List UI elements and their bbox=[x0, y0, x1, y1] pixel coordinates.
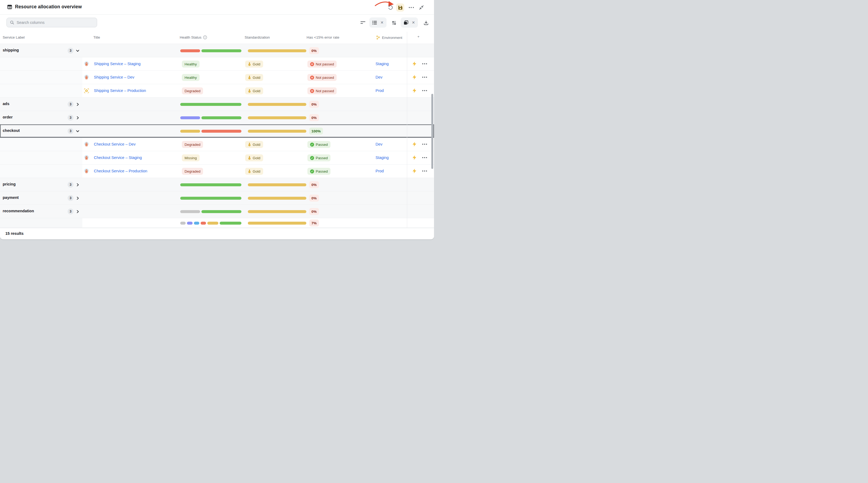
col-header-environment[interactable]: Environment bbox=[376, 35, 402, 40]
chevron-right-icon[interactable] bbox=[76, 103, 80, 106]
environment-link[interactable]: Staging bbox=[375, 156, 389, 160]
lightning-icon[interactable] bbox=[412, 169, 416, 173]
group-count-badge[interactable]: 3 bbox=[68, 115, 73, 121]
health-distribution-bar bbox=[180, 103, 241, 106]
environment-link[interactable]: Dev bbox=[375, 142, 382, 146]
group-count-badge[interactable]: 3 bbox=[68, 48, 73, 54]
table-body: shipping 3 0% Shipping Service – Staging… bbox=[0, 44, 434, 228]
chevron-right-icon[interactable] bbox=[76, 116, 80, 120]
list-view-icon[interactable] bbox=[372, 21, 377, 25]
col-header-title[interactable]: Title bbox=[93, 35, 100, 39]
lightning-icon[interactable] bbox=[412, 88, 416, 93]
add-column-button[interactable]: + bbox=[417, 35, 420, 39]
chevron-down-icon[interactable] bbox=[76, 49, 80, 53]
group-label: recommendation bbox=[3, 209, 34, 213]
health-status-badge: Degraded bbox=[182, 168, 203, 175]
row-menu-button[interactable] bbox=[422, 77, 427, 78]
chevron-down-icon[interactable] bbox=[76, 129, 80, 133]
group-count-badge[interactable]: 3 bbox=[68, 128, 73, 134]
lightning-icon[interactable] bbox=[412, 155, 416, 160]
vertical-scrollbar[interactable] bbox=[431, 94, 433, 169]
group-row-shipping[interactable]: shipping 3 0% bbox=[0, 44, 434, 57]
standardization-bar bbox=[248, 197, 306, 200]
standardization-bar bbox=[248, 210, 306, 213]
service-title-link[interactable]: Checkout Service – Production bbox=[94, 169, 147, 173]
error-rate-badge: 0% bbox=[309, 47, 319, 54]
row-menu-button[interactable] bbox=[422, 90, 427, 91]
col-header-service-label[interactable]: Service Label bbox=[3, 35, 25, 39]
search-box[interactable] bbox=[6, 18, 97, 27]
chevron-right-icon[interactable] bbox=[76, 196, 80, 200]
chevron-right-icon[interactable] bbox=[76, 183, 80, 187]
row-menu-button[interactable] bbox=[422, 170, 427, 171]
group-count-badge[interactable]: 3 bbox=[68, 195, 73, 201]
check-icon: ✓ bbox=[310, 156, 314, 160]
search-input[interactable] bbox=[17, 20, 94, 25]
col-header-error-rate[interactable]: Has <15% error rate bbox=[307, 35, 339, 39]
row-menu-button[interactable] bbox=[422, 63, 427, 64]
group-count-badge[interactable]: 3 bbox=[68, 182, 73, 188]
group-row-payment[interactable]: payment 3 0% bbox=[0, 191, 434, 205]
health-distribution-bar bbox=[180, 183, 241, 186]
medal-icon bbox=[248, 169, 251, 173]
group-count-badge[interactable]: 3 bbox=[68, 101, 73, 107]
health-status-badge: Healthy bbox=[182, 61, 199, 68]
bar-segment-yellow bbox=[248, 130, 306, 133]
group-row-order[interactable]: order 3 0% bbox=[0, 111, 434, 124]
info-icon[interactable] bbox=[203, 35, 207, 39]
sort-icon[interactable] bbox=[391, 19, 398, 26]
lightning-icon[interactable] bbox=[412, 75, 416, 79]
health-status-badge: Healthy bbox=[182, 74, 199, 81]
group-count-badge[interactable]: 3 bbox=[68, 208, 73, 215]
service-title-link[interactable]: Shipping Service – Production bbox=[94, 89, 146, 93]
check-badge: ✕Not passed bbox=[307, 87, 337, 94]
collapse-icon[interactable] bbox=[417, 3, 426, 11]
group-row-recommendation[interactable]: recommendation 3 0% bbox=[0, 205, 434, 218]
service-title-link[interactable]: Checkout Service – Dev bbox=[94, 142, 136, 146]
table-footer: 15 results bbox=[0, 228, 434, 239]
view-mode-pill: ✕ bbox=[369, 18, 386, 28]
undo-icon[interactable] bbox=[386, 3, 394, 11]
download-icon[interactable] bbox=[423, 19, 429, 26]
environment-link[interactable]: Dev bbox=[375, 75, 382, 79]
clear-group-by-icon[interactable]: ✕ bbox=[412, 21, 415, 24]
service-title-link[interactable]: Checkout Service – Staging bbox=[94, 156, 142, 160]
bar-segment-green bbox=[202, 116, 241, 119]
health-status-badge: Degraded bbox=[182, 141, 203, 148]
lightning-icon[interactable] bbox=[412, 142, 416, 147]
error-rate-badge: 0% bbox=[309, 114, 319, 121]
standardization-total-bar bbox=[248, 222, 306, 225]
check-badge: ✕Not passed bbox=[307, 61, 337, 68]
tier-badge: Gold bbox=[245, 141, 263, 148]
col-header-standardization[interactable]: Standardization bbox=[245, 35, 270, 39]
bar-segment-red bbox=[202, 130, 241, 133]
lightning-icon[interactable] bbox=[412, 61, 416, 66]
squid-icon bbox=[84, 142, 89, 147]
service-title-link[interactable]: Shipping Service – Dev bbox=[94, 75, 134, 79]
group-by-pill: ✕ bbox=[401, 18, 418, 28]
group-row-checkout[interactable]: checkout 3 100% bbox=[0, 124, 434, 138]
group-row-pricing[interactable]: pricing 3 0% bbox=[0, 178, 434, 191]
col-header-health-status[interactable]: Health Status bbox=[180, 35, 207, 39]
tier-badge: Gold bbox=[245, 168, 263, 175]
row-menu-button[interactable] bbox=[422, 144, 427, 145]
page-title: Resource allocation overview bbox=[15, 4, 82, 10]
service-title-link[interactable]: Shipping Service – Staging bbox=[94, 62, 141, 66]
clear-view-icon[interactable]: ✕ bbox=[380, 21, 383, 24]
bar-segment-gray bbox=[180, 222, 186, 225]
save-button[interactable] bbox=[396, 3, 404, 11]
group-row-ads[interactable]: ads 3 0% bbox=[0, 98, 434, 111]
tier-badge: Gold bbox=[245, 154, 263, 161]
environment-link[interactable]: Prod bbox=[375, 89, 384, 93]
bar-segment-green bbox=[220, 222, 241, 225]
bar-segment-yellow bbox=[248, 197, 306, 200]
chevron-right-icon[interactable] bbox=[76, 210, 80, 213]
filter-icon[interactable] bbox=[360, 19, 366, 26]
service-row: Checkout Service – Staging Missing Gold … bbox=[0, 151, 434, 165]
service-row: Shipping Service – Dev Healthy Gold ✕Not… bbox=[0, 71, 434, 84]
group-by-icon[interactable] bbox=[404, 20, 408, 25]
environment-link[interactable]: Staging bbox=[375, 62, 389, 66]
row-menu-button[interactable] bbox=[422, 157, 427, 158]
environment-link[interactable]: Prod bbox=[375, 169, 384, 173]
more-menu-icon[interactable] bbox=[407, 3, 415, 11]
